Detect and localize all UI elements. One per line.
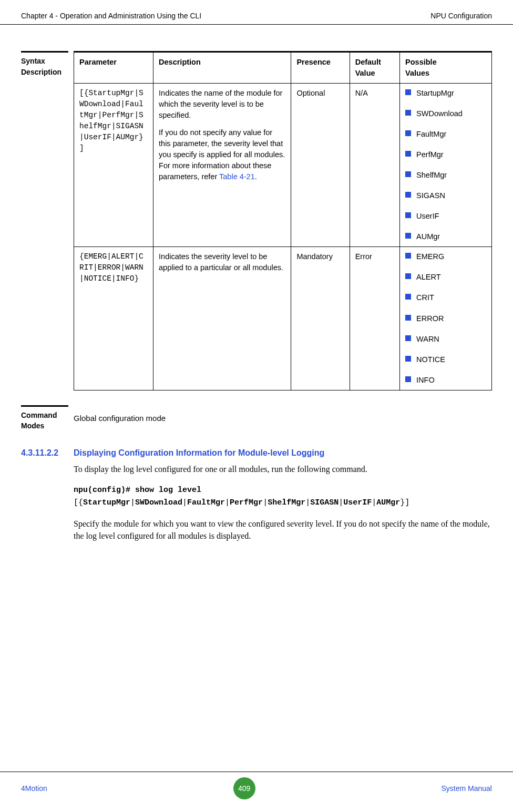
cell-presence: Mandatory: [291, 247, 350, 390]
cmdmodes-label-line2: Modes: [21, 420, 68, 431]
bullet-icon: [405, 356, 411, 362]
label-rule: [21, 51, 68, 53]
bullet-icon: [405, 233, 411, 239]
syntax-table-wrapper: Parameter Description Presence Default V…: [74, 51, 492, 390]
cell-description: Indicates the name of the module for whi…: [153, 84, 291, 247]
list-item: SWDownload: [405, 108, 486, 119]
cell-parameter: [{StartupMgr|SWDownload|FaultMgr|PerfMgr…: [74, 84, 153, 247]
value-text: UserIF: [416, 211, 439, 222]
value-text: NOTICE: [416, 354, 445, 365]
bullet-icon: [405, 130, 411, 136]
list-item: StartupMgr: [405, 88, 486, 99]
cmd-opt: FaultMgr: [187, 498, 225, 507]
col-default-l1: Default: [355, 58, 381, 66]
values-list: EMERG ALERT CRIT ERROR WARN NOTICE INFO: [405, 251, 486, 385]
table-row: {EMERG|ALERT|CRIT|ERROR|WARN|NOTICE|INFO…: [74, 247, 492, 390]
cmd-close: }]: [400, 498, 409, 507]
col-parameter: Parameter: [74, 52, 153, 84]
syntax-label-line1: Syntax: [21, 56, 68, 66]
command-modes-value: Global configuration mode: [74, 405, 492, 431]
section-number: 4.3.11.2.2: [21, 447, 74, 459]
cmd-opt: PerfMgr: [230, 498, 263, 507]
list-item: ERROR: [405, 313, 486, 324]
cmd-opt: SIGASN: [310, 498, 338, 507]
list-item: NOTICE: [405, 354, 486, 365]
page-content: Syntax Description Parameter Description…: [0, 51, 513, 550]
list-item: PerfMgr: [405, 149, 486, 160]
footer-left[interactable]: 4Motion: [21, 783, 47, 794]
value-text: SWDownload: [416, 108, 463, 119]
list-item: CRIT: [405, 292, 486, 303]
col-description: Description: [153, 52, 291, 84]
syntax-description-label: Syntax Description: [21, 51, 74, 390]
cmd-open: [{: [74, 498, 83, 507]
value-text: SIGASN: [416, 190, 445, 201]
cmdmodes-label-line1: Command: [21, 410, 68, 420]
bullet-icon: [405, 273, 411, 279]
cell-description: Indicates the severity level to be appli…: [153, 247, 291, 390]
cmd-prefix: npu(config)# show log level: [74, 486, 201, 495]
command-block: npu(config)# show log level [{StartupMgr…: [74, 484, 492, 509]
cmd-opt: SWDownload: [135, 498, 182, 507]
command-modes-block: Command Modes Global configuration mode: [21, 405, 492, 431]
syntax-label-line2: Description: [21, 67, 68, 77]
bullet-icon: [405, 253, 411, 259]
cell-presence: Optional: [291, 84, 350, 247]
page-header: Chapter 4 - Operation and Administration…: [0, 0, 513, 25]
list-item: SIGASN: [405, 190, 486, 201]
col-presence: Presence: [291, 52, 350, 84]
cmd-opt: UserIF: [343, 498, 372, 507]
bullet-icon: [405, 89, 411, 95]
intro-paragraph: To display the log level configured for …: [74, 463, 492, 475]
bullet-icon: [405, 335, 411, 341]
label-rule: [21, 405, 68, 407]
bullet-icon: [405, 171, 411, 177]
cell-possible-values: EMERG ALERT CRIT ERROR WARN NOTICE INFO: [400, 247, 492, 390]
section-gutter: [21, 463, 74, 550]
desc-para-1: Indicates the severity level to be appli…: [159, 251, 285, 273]
page-number: 409: [233, 777, 255, 799]
cell-default: N/A: [350, 84, 399, 247]
values-list: StartupMgr SWDownload FaultMgr PerfMgr S…: [405, 88, 486, 242]
syntax-description-block: Syntax Description Parameter Description…: [21, 51, 492, 390]
list-item: EMERG: [405, 251, 486, 262]
list-item: AUMgr: [405, 231, 486, 242]
bullet-icon: [405, 192, 411, 198]
value-text: ALERT: [416, 272, 440, 283]
value-text: INFO: [416, 375, 435, 386]
header-right: NPU Configuration: [430, 11, 492, 21]
bullet-icon: [405, 212, 411, 218]
bullet-icon: [405, 376, 411, 382]
cell-possible-values: StartupMgr SWDownload FaultMgr PerfMgr S…: [400, 84, 492, 247]
value-text: FaultMgr: [416, 129, 446, 140]
cell-parameter: {EMERG|ALERT|CRIT|ERROR|WARN|NOTICE|INFO…: [74, 247, 153, 390]
page-footer: 4Motion 409 System Manual: [0, 772, 513, 799]
bullet-icon: [405, 294, 411, 300]
footer-right[interactable]: System Manual: [442, 783, 492, 794]
list-item: ShelfMgr: [405, 170, 486, 181]
bullet-icon: [405, 151, 411, 157]
col-default-value: Default Value: [350, 52, 399, 84]
value-text: EMERG: [416, 251, 444, 262]
desc-para-1: Indicates the name of the module for whi…: [159, 88, 285, 121]
col-default-l2: Value: [355, 69, 375, 77]
value-text: AUMgr: [416, 231, 440, 242]
value-text: PerfMgr: [416, 149, 444, 160]
syntax-table: Parameter Description Presence Default V…: [74, 51, 492, 390]
value-text: StartupMgr: [416, 88, 454, 99]
cmd-opt: ShelfMgr: [268, 498, 305, 507]
col-possible-values: Possible Values: [400, 52, 492, 84]
cmd-opt: AUMgr: [376, 498, 400, 507]
cell-default: Error: [350, 247, 399, 390]
value-text: ShelfMgr: [416, 170, 447, 181]
command-modes-label: Command Modes: [21, 405, 74, 431]
col-possible-l2: Values: [405, 69, 429, 77]
section-heading: 4.3.11.2.2 Displaying Configuration Info…: [21, 447, 492, 459]
list-item: ALERT: [405, 272, 486, 283]
value-text: ERROR: [416, 313, 444, 324]
col-possible-l1: Possible: [405, 58, 437, 66]
value-text: WARN: [416, 334, 439, 345]
table-row: [{StartupMgr|SWDownload|FaultMgr|PerfMgr…: [74, 84, 492, 247]
table-link[interactable]: Table 4-21: [219, 172, 255, 181]
desc-para-2b: .: [255, 172, 257, 181]
